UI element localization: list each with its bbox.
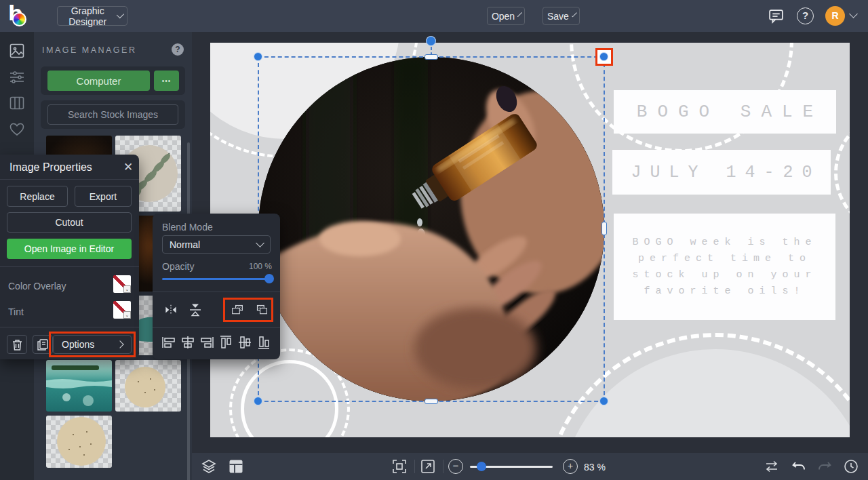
history-icon[interactable]: [843, 458, 859, 475]
divider: [414, 460, 415, 473]
undo-icon[interactable]: [791, 458, 807, 475]
layer-options-flyout: Blend Mode Normal Opacity 100 %: [153, 214, 280, 359]
upload-more-button[interactable]: •••: [154, 71, 179, 91]
flip-vertical-button[interactable]: [185, 300, 205, 319]
body-line: perfect time to: [638, 251, 811, 267]
user-avatar[interactable]: R: [825, 6, 845, 26]
rail-favorites-icon[interactable]: [9, 121, 25, 138]
search-section: [41, 100, 185, 129]
thumbnail-beige-circle2-png[interactable]: [46, 416, 112, 468]
swatch-dropdown-icon[interactable]: ⌄: [123, 285, 131, 293]
computer-upload-button[interactable]: Computer: [47, 71, 150, 91]
headline-bar[interactable]: BOGO SALE: [614, 90, 836, 134]
align-center-horizontal-icon[interactable]: [180, 334, 196, 351]
delete-layer-button[interactable]: [7, 335, 27, 354]
app-mode-label: Graphic Designer: [62, 5, 113, 27]
dates-bar[interactable]: JULY 14-20: [612, 150, 831, 195]
thumbnail-ocean-photo[interactable]: [46, 360, 112, 412]
feedback-chat-icon[interactable]: [768, 7, 785, 24]
top-bar: b Graphic Designer Open Save ? R: [0, 0, 868, 32]
resize-handle-bottom-left[interactable]: [254, 397, 262, 405]
zoom-percent-label: 83 %: [584, 462, 606, 473]
blend-mode-label: Blend Mode: [162, 222, 213, 233]
headline-text: BOGO SALE: [637, 102, 823, 122]
help-icon[interactable]: ?: [797, 7, 814, 24]
body-line: favorite oils!: [644, 283, 805, 300]
annotation-box-options: [49, 332, 136, 357]
open-button[interactable]: Open: [487, 7, 525, 25]
chevron-down-icon: [117, 11, 124, 18]
align-bottom-icon[interactable]: [256, 334, 272, 351]
dates-text: JULY 14-20: [631, 163, 821, 182]
thumbnail-beige-circle-png[interactable]: [115, 360, 181, 412]
stock-image-search-input[interactable]: [47, 104, 178, 125]
resize-handle-bottom-center[interactable]: [425, 399, 438, 404]
popup-title: Image Properties: [9, 161, 92, 174]
color-overlay-label: Color Overlay: [8, 281, 66, 292]
blend-mode-select[interactable]: Normal: [162, 235, 271, 254]
resize-handle-top-right[interactable]: [599, 52, 608, 61]
avatar-chevron-icon[interactable]: [849, 9, 858, 18]
decor-dashed-circle-right: [834, 112, 850, 234]
chevron-down-icon: [517, 12, 522, 17]
align-center-vertical-icon[interactable]: [237, 334, 253, 351]
blend-mode-value: Normal: [170, 239, 200, 250]
rotate-handle[interactable]: [426, 36, 436, 46]
open-in-editor-button[interactable]: Open Image in Editor: [7, 239, 132, 259]
app-logo[interactable]: b: [7, 4, 31, 28]
bottom-bar: − + 83 %: [192, 453, 868, 480]
flip-horizontal-button[interactable]: [161, 300, 181, 319]
app-mode-dropdown[interactable]: Graphic Designer: [57, 6, 127, 26]
opacity-value: 100 %: [249, 262, 272, 271]
opacity-slider-track[interactable]: [162, 278, 271, 280]
color-overlay-swatch[interactable]: ⌄: [113, 275, 131, 293]
zoom-in-button[interactable]: +: [563, 459, 578, 474]
resize-handle-top-center[interactable]: [425, 54, 438, 60]
resize-handle-top-left[interactable]: [254, 52, 262, 61]
logo-color-wheel: [12, 12, 26, 26]
opacity-slider-thumb[interactable]: [264, 274, 274, 283]
fit-to-screen-icon[interactable]: [391, 458, 408, 475]
cutout-button[interactable]: Cutout: [7, 212, 132, 233]
resize-handle-bottom-right[interactable]: [599, 397, 608, 405]
selection-bounding-box[interactable]: [258, 56, 605, 402]
image-properties-popup: Image Properties ✕ Replace Export Cutout…: [0, 155, 139, 359]
export-button[interactable]: Export: [75, 186, 132, 207]
annotation-box-arrange: [223, 298, 273, 322]
align-right-icon[interactable]: [199, 334, 215, 351]
tint-swatch[interactable]: ⌄: [113, 301, 131, 319]
templates-icon[interactable]: [228, 458, 244, 475]
open-in-new-icon[interactable]: [420, 458, 436, 475]
tint-label: Tint: [8, 306, 24, 317]
upload-section: Computer •••: [41, 66, 185, 95]
chevron-down-icon: [256, 239, 264, 247]
rail-image-manager-icon[interactable]: [9, 43, 25, 59]
redo-icon[interactable]: [816, 458, 833, 475]
body-line: BOGO week is the: [632, 235, 816, 251]
rail-edit-icon[interactable]: [9, 69, 25, 85]
zoom-slider-thumb[interactable]: [477, 462, 486, 471]
panel-help-icon[interactable]: ?: [172, 43, 184, 56]
resize-handle-right-middle[interactable]: [601, 222, 607, 235]
chevron-down-icon: [572, 12, 577, 18]
divider: [443, 460, 443, 473]
body-text-bar[interactable]: BOGO week is the perfect time to stock u…: [614, 214, 835, 320]
body-line: stock up on your: [632, 267, 816, 283]
save-button[interactable]: Save: [542, 7, 580, 25]
panel-title: IMAGE MANAGER: [42, 45, 136, 55]
close-icon[interactable]: ✕: [123, 160, 133, 174]
replace-button[interactable]: Replace: [7, 186, 68, 207]
rail-layouts-icon[interactable]: [9, 95, 25, 111]
loop-refresh-icon[interactable]: [764, 458, 780, 475]
swatch-dropdown-icon[interactable]: ⌄: [123, 311, 131, 319]
zoom-out-button[interactable]: −: [448, 459, 463, 474]
align-left-icon[interactable]: [161, 334, 177, 351]
align-top-icon[interactable]: [218, 334, 234, 351]
opacity-label: Opacity: [162, 261, 194, 272]
layers-icon[interactable]: [201, 458, 217, 475]
